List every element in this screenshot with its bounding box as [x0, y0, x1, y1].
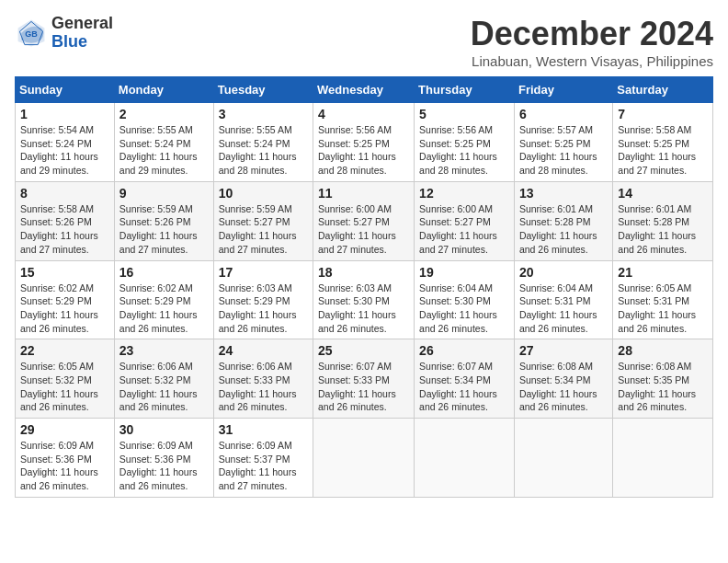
day-info: Sunrise: 6:04 AM Sunset: 5:31 PM Dayligh…: [519, 282, 608, 336]
calendar-cell: [613, 419, 713, 498]
day-number: 17: [219, 265, 308, 280]
day-number: 24: [219, 343, 308, 358]
calendar-cell: [313, 419, 415, 498]
day-number: 20: [519, 265, 608, 280]
calendar-cell: 14Sunrise: 6:01 AM Sunset: 5:28 PM Dayli…: [613, 181, 713, 260]
day-info: Sunrise: 6:07 AM Sunset: 5:34 PM Dayligh…: [419, 360, 509, 414]
day-number: 15: [20, 265, 109, 280]
calendar-cell: 18Sunrise: 6:03 AM Sunset: 5:30 PM Dayli…: [313, 260, 415, 339]
calendar-cell: 9Sunrise: 5:59 AM Sunset: 5:26 PM Daylig…: [114, 181, 213, 260]
calendar-cell: 11Sunrise: 6:00 AM Sunset: 5:27 PM Dayli…: [313, 181, 415, 260]
calendar-cell: 1Sunrise: 5:54 AM Sunset: 5:24 PM Daylig…: [16, 103, 115, 182]
weekday-header: Wednesday: [313, 77, 415, 103]
calendar-cell: 8Sunrise: 5:58 AM Sunset: 5:26 PM Daylig…: [16, 181, 115, 260]
day-number: 12: [419, 186, 509, 201]
weekday-header: Saturday: [613, 77, 713, 103]
day-number: 2: [119, 107, 209, 121]
logo: GB General Blue: [15, 15, 113, 52]
day-info: Sunrise: 5:54 AM Sunset: 5:24 PM Dayligh…: [20, 123, 109, 178]
calendar-table: SundayMondayTuesdayWednesdayThursdayFrid…: [15, 76, 713, 498]
day-info: Sunrise: 6:00 AM Sunset: 5:27 PM Dayligh…: [318, 202, 409, 257]
calendar-cell: 4Sunrise: 5:56 AM Sunset: 5:25 PM Daylig…: [313, 103, 415, 182]
day-number: 31: [219, 422, 308, 437]
day-number: 14: [618, 186, 708, 201]
day-number: 11: [318, 186, 409, 201]
day-info: Sunrise: 6:09 AM Sunset: 5:36 PM Dayligh…: [119, 439, 209, 493]
title-area: December 2024 Linabuan, Western Visayas,…: [471, 15, 713, 69]
day-info: Sunrise: 6:09 AM Sunset: 5:37 PM Dayligh…: [219, 439, 308, 493]
weekday-header: Friday: [514, 77, 612, 103]
day-info: Sunrise: 6:07 AM Sunset: 5:33 PM Dayligh…: [318, 360, 409, 414]
day-info: Sunrise: 5:58 AM Sunset: 5:25 PM Dayligh…: [618, 123, 708, 178]
calendar-cell: 17Sunrise: 6:03 AM Sunset: 5:29 PM Dayli…: [213, 260, 313, 339]
location-label: Linabuan, Western Visayas, Philippines: [471, 53, 713, 69]
day-number: 6: [519, 107, 608, 121]
day-number: 3: [219, 107, 308, 121]
day-number: 23: [119, 343, 209, 358]
weekday-header-row: SundayMondayTuesdayWednesdayThursdayFrid…: [16, 77, 713, 103]
day-info: Sunrise: 6:05 AM Sunset: 5:32 PM Dayligh…: [20, 360, 109, 414]
day-info: Sunrise: 5:56 AM Sunset: 5:25 PM Dayligh…: [419, 123, 509, 178]
day-number: 1: [20, 107, 109, 121]
calendar-cell: 25Sunrise: 6:07 AM Sunset: 5:33 PM Dayli…: [313, 339, 415, 419]
day-info: Sunrise: 6:03 AM Sunset: 5:29 PM Dayligh…: [219, 282, 308, 336]
calendar-cell: 12Sunrise: 6:00 AM Sunset: 5:27 PM Dayli…: [415, 181, 515, 260]
svg-text:GB: GB: [25, 29, 38, 38]
calendar-cell: 31Sunrise: 6:09 AM Sunset: 5:37 PM Dayli…: [213, 419, 313, 498]
day-info: Sunrise: 6:06 AM Sunset: 5:33 PM Dayligh…: [219, 360, 308, 414]
weekday-header: Monday: [114, 77, 213, 103]
day-info: Sunrise: 5:55 AM Sunset: 5:24 PM Dayligh…: [119, 123, 209, 178]
calendar-cell: 6Sunrise: 5:57 AM Sunset: 5:25 PM Daylig…: [514, 103, 612, 182]
calendar-cell: 24Sunrise: 6:06 AM Sunset: 5:33 PM Dayli…: [213, 339, 313, 419]
calendar-cell: 7Sunrise: 5:58 AM Sunset: 5:25 PM Daylig…: [613, 103, 713, 182]
day-info: Sunrise: 6:01 AM Sunset: 5:28 PM Dayligh…: [519, 202, 608, 257]
day-number: 4: [318, 107, 409, 121]
logo-general: General: [51, 15, 113, 33]
day-info: Sunrise: 6:00 AM Sunset: 5:27 PM Dayligh…: [419, 202, 509, 257]
logo-icon: GB: [15, 17, 48, 50]
calendar-cell: 22Sunrise: 6:05 AM Sunset: 5:32 PM Dayli…: [16, 339, 115, 419]
day-info: Sunrise: 5:57 AM Sunset: 5:25 PM Dayligh…: [519, 123, 608, 178]
day-info: Sunrise: 6:09 AM Sunset: 5:36 PM Dayligh…: [20, 439, 109, 493]
day-info: Sunrise: 6:06 AM Sunset: 5:32 PM Dayligh…: [119, 360, 209, 414]
day-number: 19: [419, 265, 509, 280]
weekday-header: Sunday: [16, 77, 115, 103]
day-number: 8: [20, 186, 109, 201]
day-number: 26: [419, 343, 509, 358]
calendar-cell: 15Sunrise: 6:02 AM Sunset: 5:29 PM Dayli…: [16, 260, 115, 339]
calendar-week-row: 15Sunrise: 6:02 AM Sunset: 5:29 PM Dayli…: [16, 260, 713, 339]
day-info: Sunrise: 6:05 AM Sunset: 5:31 PM Dayligh…: [618, 282, 708, 336]
calendar-cell: 13Sunrise: 6:01 AM Sunset: 5:28 PM Dayli…: [514, 181, 612, 260]
day-number: 29: [20, 422, 109, 437]
calendar-cell: 20Sunrise: 6:04 AM Sunset: 5:31 PM Dayli…: [514, 260, 612, 339]
calendar-cell: 27Sunrise: 6:08 AM Sunset: 5:34 PM Dayli…: [514, 339, 612, 419]
day-info: Sunrise: 6:08 AM Sunset: 5:34 PM Dayligh…: [519, 360, 608, 414]
day-number: 30: [119, 422, 209, 437]
day-info: Sunrise: 6:02 AM Sunset: 5:29 PM Dayligh…: [119, 282, 209, 336]
weekday-header: Tuesday: [213, 77, 313, 103]
calendar-week-row: 29Sunrise: 6:09 AM Sunset: 5:36 PM Dayli…: [16, 419, 713, 498]
calendar-cell: 29Sunrise: 6:09 AM Sunset: 5:36 PM Dayli…: [16, 419, 115, 498]
day-number: 9: [119, 186, 209, 201]
calendar-week-row: 22Sunrise: 6:05 AM Sunset: 5:32 PM Dayli…: [16, 339, 713, 419]
day-info: Sunrise: 6:08 AM Sunset: 5:35 PM Dayligh…: [618, 360, 708, 414]
day-info: Sunrise: 5:56 AM Sunset: 5:25 PM Dayligh…: [318, 123, 409, 178]
calendar-cell: 16Sunrise: 6:02 AM Sunset: 5:29 PM Dayli…: [114, 260, 213, 339]
calendar-cell: 21Sunrise: 6:05 AM Sunset: 5:31 PM Dayli…: [613, 260, 713, 339]
month-year-title: December 2024: [471, 15, 713, 53]
day-number: 7: [618, 107, 708, 121]
day-number: 5: [419, 107, 509, 121]
logo-blue: Blue: [51, 33, 113, 52]
day-info: Sunrise: 6:04 AM Sunset: 5:30 PM Dayligh…: [419, 282, 509, 336]
day-info: Sunrise: 6:01 AM Sunset: 5:28 PM Dayligh…: [618, 202, 708, 257]
logo-text: General Blue: [51, 15, 113, 52]
calendar-cell: 19Sunrise: 6:04 AM Sunset: 5:30 PM Dayli…: [415, 260, 515, 339]
day-info: Sunrise: 6:03 AM Sunset: 5:30 PM Dayligh…: [318, 282, 409, 336]
calendar-cell: 26Sunrise: 6:07 AM Sunset: 5:34 PM Dayli…: [415, 339, 515, 419]
day-info: Sunrise: 5:55 AM Sunset: 5:24 PM Dayligh…: [219, 123, 308, 178]
day-info: Sunrise: 5:59 AM Sunset: 5:26 PM Dayligh…: [119, 202, 209, 257]
calendar-week-row: 1Sunrise: 5:54 AM Sunset: 5:24 PM Daylig…: [16, 103, 713, 182]
day-number: 18: [318, 265, 409, 280]
day-number: 21: [618, 265, 708, 280]
calendar-cell: 10Sunrise: 5:59 AM Sunset: 5:27 PM Dayli…: [213, 181, 313, 260]
